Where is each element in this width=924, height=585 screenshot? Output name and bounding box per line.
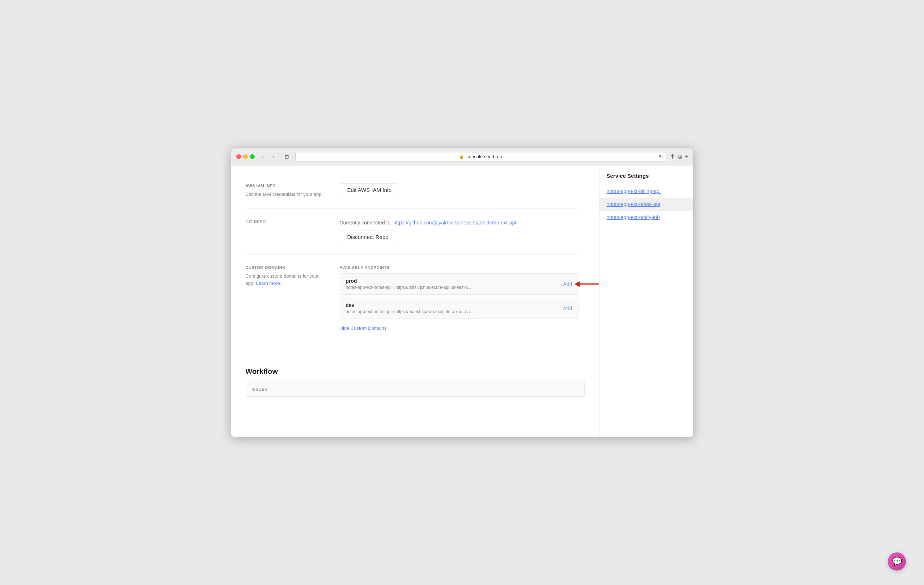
git-connected-text: Currently connected to: https://github.c… (340, 220, 579, 226)
forward-button[interactable]: › (269, 153, 279, 160)
aws-iam-section: AWS IAM INFO Edit the IAM credentials fo… (246, 173, 579, 209)
sidebar-item-notify-job[interactable]: notes-app-ext-notify-job (599, 211, 693, 224)
workflow-title: Workflow (246, 367, 585, 376)
disconnect-repo-button[interactable]: Disconnect Repo (340, 231, 396, 243)
lock-icon: 🔒 (459, 154, 464, 159)
browser-chrome: ‹ › ⊡ 🔒 console.seed.run ↻ ⬆ ⧉ + (231, 149, 693, 165)
aws-iam-desc: Edit the IAM credentials for your app. (246, 191, 325, 198)
aws-iam-title: AWS IAM INFO (246, 183, 325, 188)
red-arrow-annotation (575, 281, 599, 287)
custom-domains-body: AVAILABLE ENDPOINTS prod notes-app-ext-n… (340, 265, 579, 331)
aws-iam-body: Edit AWS IAM Info (340, 183, 579, 198)
share-button[interactable]: ⬆ (670, 153, 675, 160)
aws-iam-label: AWS IAM INFO Edit the IAM credentials fo… (246, 183, 325, 198)
git-repo-body: Currently connected to: https://github.c… (340, 220, 579, 243)
env-name-prod: prod (346, 278, 473, 284)
custom-domains-desc: Configure custom domains for your app. L… (246, 273, 325, 287)
custom-domains-title: CUSTOM DOMAINS (246, 265, 325, 270)
chat-button[interactable]: 💬 (888, 552, 906, 570)
main-content: AWS IAM INFO Edit the IAM credentials fo… (231, 165, 599, 437)
git-repo-label: GIT REPO (246, 220, 325, 243)
address-bar: 🔒 console.seed.run ↻ (295, 152, 667, 162)
endpoint-row-dev: dev notes-app-ext-notes-api › https://ma… (340, 297, 579, 319)
nav-buttons: ‹ › (258, 153, 279, 160)
endpoint-info-dev: dev notes-app-ext-notes-api › https://ma… (346, 302, 474, 314)
browser-actions: ⬆ ⧉ + (670, 153, 688, 160)
reload-button[interactable]: ↻ (659, 154, 663, 160)
maximize-button[interactable] (250, 154, 255, 159)
endpoint-detail-prod: notes-app-ext-notes-api › https://8itrsl… (346, 285, 473, 290)
duplicate-tab-button[interactable]: ⧉ (678, 153, 681, 160)
learn-more-link[interactable]: Learn more. (256, 281, 281, 286)
custom-domains-section: CUSTOM DOMAINS Configure custom domains … (246, 254, 579, 342)
endpoint-info-prod: prod notes-app-ext-notes-api › https://8… (346, 278, 473, 290)
browser-content: AWS IAM INFO Edit the IAM credentials fo… (231, 165, 693, 437)
edit-aws-iam-button[interactable]: Edit AWS IAM Info (340, 183, 399, 196)
arrow-head-icon (574, 281, 579, 287)
issues-row: ISSUES (246, 382, 585, 397)
traffic-lights (236, 154, 255, 159)
new-tab-button[interactable]: + (685, 153, 688, 160)
custom-domains-label: CUSTOM DOMAINS Configure custom domains … (246, 265, 325, 331)
env-name-dev: dev (346, 302, 474, 308)
sidebar-item-notes-api[interactable]: notes-app-ext-notes-api (599, 198, 693, 211)
git-repo-link[interactable]: https://github.com/jayair/serverless-sta… (393, 220, 516, 226)
workflow-section: Workflow ISSUES (231, 357, 599, 400)
close-button[interactable] (236, 154, 241, 159)
add-prod-endpoint-button[interactable]: Add (563, 281, 573, 287)
git-connected-prefix: Currently connected to: (340, 220, 392, 226)
endpoints-label: AVAILABLE ENDPOINTS (340, 265, 579, 270)
endpoint-row-prod: prod notes-app-ext-notes-api › https://8… (340, 273, 579, 295)
endpoint-detail-dev: notes-app-ext-notes-api › https://ma6s64… (346, 309, 474, 314)
git-repo-title: GIT REPO (246, 220, 325, 224)
chat-icon: 💬 (892, 557, 902, 566)
service-settings-sidebar: Service Settings notes-app-ext-billing-a… (599, 165, 693, 437)
sidebar-toggle-button[interactable]: ⊡ (282, 153, 292, 160)
issues-label: ISSUES (252, 387, 267, 391)
arrow-shaft (579, 283, 599, 284)
sidebar-item-billing-api[interactable]: notes-app-ext-billing-api (599, 185, 693, 198)
hide-custom-domains-link[interactable]: Hide Custom Domains (340, 326, 387, 331)
url-text: console.seed.run (466, 154, 502, 159)
sidebar-title: Service Settings (599, 173, 693, 185)
back-button[interactable]: ‹ (258, 153, 268, 160)
git-repo-section: GIT REPO Currently connected to: https:/… (246, 209, 579, 254)
add-dev-endpoint-button[interactable]: Add (563, 306, 573, 311)
minimize-button[interactable] (243, 154, 248, 159)
